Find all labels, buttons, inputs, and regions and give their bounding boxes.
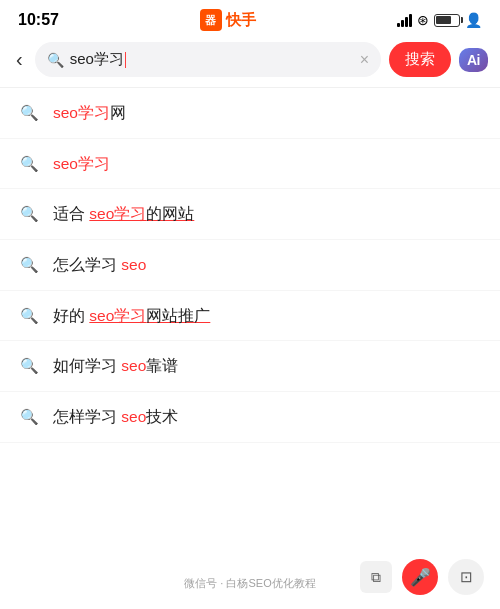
search-query-text: seo学习 [70, 50, 124, 67]
search-icon: 🔍 [20, 256, 39, 274]
suggestion-text: 怎样学习 seo技术 [53, 406, 178, 428]
suggestion-text: 如何学习 seo靠谱 [53, 355, 178, 377]
scan-button[interactable]: ⊡ [448, 559, 484, 595]
search-box: 🔍 seo学习 × [35, 42, 381, 77]
app-name: 快手 [226, 11, 256, 30]
status-bar: 10:57 器 快手 ⊛ 👤 [0, 0, 500, 36]
back-button[interactable]: ‹ [12, 44, 27, 75]
bottom-icons: ⧉ 🎤 ⊡ [360, 559, 484, 595]
copy-icon[interactable]: ⧉ [360, 561, 392, 593]
suggestion-text: seo学习网 [53, 102, 126, 124]
suggestion-item[interactable]: 🔍 怎么学习 seo [0, 240, 500, 291]
suggestion-item[interactable]: 🔍 seo学习 [0, 139, 500, 190]
kuaishou-icon: 器 [200, 9, 222, 31]
search-icon: 🔍 [20, 104, 39, 122]
suggestion-item[interactable]: 🔍 如何学习 seo靠谱 [0, 341, 500, 392]
suggestion-item[interactable]: 🔍 适合 seo学习的网站 [0, 189, 500, 240]
suggestion-item[interactable]: 🔍 怎样学习 seo技术 [0, 392, 500, 443]
suggestion-text: 好的 seo学习网站推广 [53, 305, 210, 327]
suggestion-item[interactable]: 🔍 好的 seo学习网站推广 [0, 291, 500, 342]
search-icon: 🔍 [47, 52, 64, 68]
mic-button[interactable]: 🎤 [402, 559, 438, 595]
wifi-icon: ⊛ [417, 12, 429, 28]
search-icon: 🔍 [20, 357, 39, 375]
search-button[interactable]: 搜索 [389, 42, 451, 77]
text-cursor [125, 52, 127, 68]
search-icon: 🔍 [20, 205, 39, 223]
signal-icon [397, 13, 412, 27]
status-center: 器 快手 [200, 9, 256, 31]
battery-icon [434, 14, 460, 27]
suggestion-item[interactable]: 🔍 seo学习网 [0, 88, 500, 139]
search-icon: 🔍 [20, 307, 39, 325]
user-icon: 👤 [465, 12, 482, 28]
status-right: ⊛ 👤 [397, 12, 482, 28]
search-input[interactable]: seo学习 [70, 50, 354, 69]
search-icon: 🔍 [20, 155, 39, 173]
suggestions-list: 🔍 seo学习网 🔍 seo学习 🔍 适合 seo学习的网站 🔍 怎么学习 se… [0, 88, 500, 443]
clear-button[interactable]: × [360, 51, 369, 69]
status-time: 10:57 [18, 11, 59, 29]
search-bar-row: ‹ 🔍 seo学习 × 搜索 Ai [0, 36, 500, 87]
suggestion-text: 适合 seo学习的网站 [53, 203, 194, 225]
search-icon: 🔍 [20, 408, 39, 426]
suggestion-text: 怎么学习 seo [53, 254, 146, 276]
suggestion-text: seo学习 [53, 153, 110, 175]
watermark: 微信号 · 白杨SEO优化教程 [184, 576, 315, 591]
ai-button[interactable]: Ai [459, 48, 488, 72]
